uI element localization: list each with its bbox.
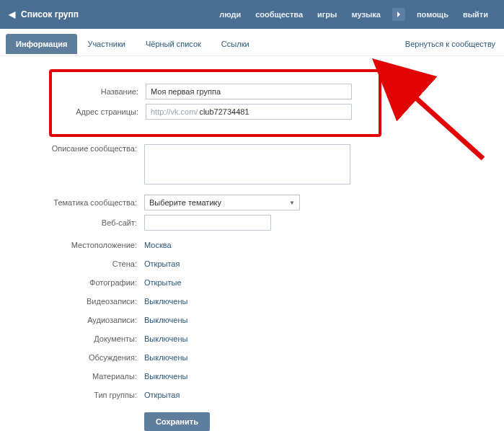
nav-logout[interactable]: выйти	[463, 10, 488, 19]
topic-select-value: Выберите тематику	[149, 198, 221, 207]
audio-value[interactable]: Выключены	[144, 316, 187, 324]
materials-value[interactable]: Выключены	[144, 372, 187, 381]
topic-label: Тематика сообщества:	[0, 198, 144, 207]
location-value[interactable]: Москва	[144, 241, 172, 249]
tabs-bar: Информация Участники Чёрный список Ссылк…	[0, 32, 504, 56]
address-value: club72734481	[199, 107, 249, 116]
type-value[interactable]: Открытая	[144, 391, 180, 399]
name-label: Название:	[52, 87, 146, 96]
wall-label: Стена:	[0, 259, 144, 268]
highlight-annotation-box: Название: Адрес страницы: http://vk.com/…	[49, 69, 381, 137]
nav-music[interactable]: музыка	[351, 10, 380, 19]
nav-communities[interactable]: сообщества	[255, 10, 303, 19]
settings-form: Название: Адрес страницы: http://vk.com/…	[0, 56, 504, 431]
website-label: Веб-сайт:	[0, 218, 144, 227]
tab-information[interactable]: Информация	[6, 34, 77, 54]
topic-select[interactable]: Выберите тематику ▼	[144, 195, 300, 210]
location-label: Местоположение:	[0, 241, 144, 249]
nav-help[interactable]: помощь	[417, 10, 448, 19]
name-input[interactable]	[146, 84, 352, 99]
page-title: Список групп	[21, 9, 79, 19]
description-label: Описание сообщества:	[0, 144, 144, 153]
description-textarea[interactable]	[144, 144, 350, 185]
audio-label: Аудиозаписи:	[0, 316, 144, 324]
caret-down-icon: ▼	[289, 200, 295, 206]
website-input[interactable]	[144, 215, 271, 231]
docs-value[interactable]: Выключены	[144, 334, 187, 343]
photos-label: Фотографии:	[0, 278, 144, 287]
discussions-value[interactable]: Выключены	[144, 353, 187, 362]
address-label: Адрес страницы:	[52, 107, 146, 116]
tab-links[interactable]: Ссылки	[211, 34, 260, 54]
address-prefix: http://vk.com/	[146, 107, 199, 116]
tab-blacklist[interactable]: Чёрный список	[136, 34, 211, 54]
videos-value[interactable]: Выключены	[144, 297, 187, 306]
materials-label: Материалы:	[0, 372, 144, 381]
address-input[interactable]: http://vk.com/club72734481	[146, 104, 352, 120]
back-arrow-icon[interactable]: ◀	[9, 9, 15, 19]
nav-people[interactable]: люди	[219, 10, 241, 19]
photos-value[interactable]: Открытые	[144, 278, 182, 287]
wall-value[interactable]: Открытая	[144, 259, 180, 268]
type-label: Тип группы:	[0, 391, 144, 399]
tab-members[interactable]: Участники	[77, 34, 136, 54]
save-button[interactable]: Сохранить	[144, 412, 210, 431]
videos-label: Видеозаписи:	[0, 297, 144, 306]
docs-label: Документы:	[0, 334, 144, 343]
return-to-community-link[interactable]: Вернуться к сообществу	[405, 40, 498, 48]
nav-games[interactable]: игры	[317, 10, 337, 19]
discussions-label: Обсуждения:	[0, 353, 144, 362]
top-navigation-bar: ◀ Список групп люди сообщества игры музы…	[0, 0, 504, 29]
nav-more-icon[interactable]	[392, 8, 405, 21]
